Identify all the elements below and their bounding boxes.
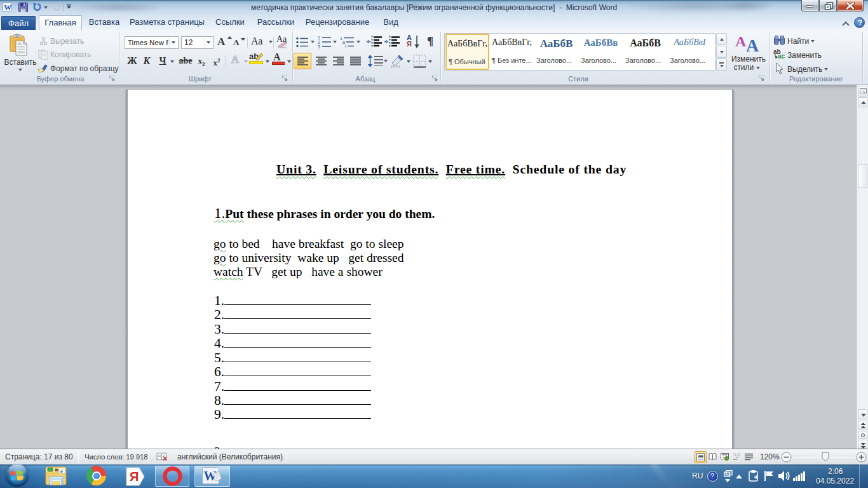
svg-text:2: 2 xyxy=(318,40,320,44)
svg-text:3: 3 xyxy=(318,44,320,48)
svg-text:W: W xyxy=(4,3,11,12)
svg-text:1: 1 xyxy=(318,36,320,40)
svg-text:i: i xyxy=(345,44,346,48)
svg-text:Я: Я xyxy=(130,470,139,484)
